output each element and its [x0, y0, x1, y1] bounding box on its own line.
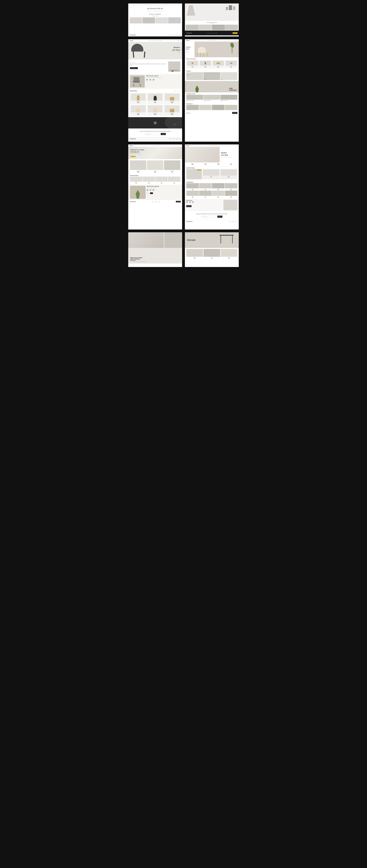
slide-dot-1[interactable]	[181, 50, 181, 50]
ml2-nav-home[interactable]: Home	[209, 145, 210, 146]
pyj-prod-3[interactable]: Ceramic Vase $45	[164, 160, 180, 173]
a-link-blog[interactable]: Blog	[215, 40, 216, 41]
sp3-item-2[interactable]: Chair $299	[220, 169, 237, 179]
ml2-footer-shop[interactable]: Shop	[232, 221, 234, 222]
sp2-card-3[interactable]: Candle $25	[156, 177, 168, 184]
discount-input[interactable]	[148, 9, 162, 11]
cd-buttons: ← →	[147, 192, 180, 194]
cat-card-decor[interactable]: Decor	[221, 72, 237, 80]
ml2-nav-shop[interactable]: Shop	[211, 145, 213, 146]
cart-icon[interactable]: 🛒	[179, 40, 181, 41]
slide-dot-3[interactable]	[181, 52, 181, 52]
cart-icon-autumn[interactable]: 🛒	[237, 40, 238, 41]
pyj-prod-2[interactable]: Desk Lamp $89	[147, 160, 163, 173]
min-prod-3[interactable]: Chairs $249	[221, 249, 237, 259]
nav-link-home[interactable]: Home	[149, 40, 151, 41]
dining-shop-btn[interactable]: Shop Now	[186, 205, 192, 207]
link-view-all[interactable]: View All	[173, 90, 176, 91]
cat-card-lighting[interactable]: Lighting	[186, 72, 203, 80]
dark-nav-shop[interactable]: Shop	[210, 33, 212, 33]
footer-link-home[interactable]: Home	[169, 35, 171, 36]
prod-card-4[interactable]: Side Table $199	[130, 104, 146, 116]
ml2-nav-about[interactable]: About	[214, 145, 215, 146]
nl-subscribe-btn[interactable]: Subscribe	[161, 133, 166, 135]
pyj-search-icon[interactable]: 🔍	[180, 145, 181, 146]
min-prod-2[interactable]: Bags $89	[203, 249, 220, 259]
tr-card-3[interactable]: Table $180	[212, 183, 225, 190]
tr-card-7[interactable]: Stool $120	[212, 191, 225, 198]
a-link-shop[interactable]: Shop	[211, 40, 212, 41]
tr-card-1[interactable]: Bottle $28	[186, 183, 199, 190]
a-link-about[interactable]: About	[213, 40, 214, 41]
footer-link-blog[interactable]: Blog	[179, 35, 181, 36]
sp-card-1[interactable]: Wood Bowl $35	[186, 60, 199, 68]
prod-card-3[interactable]: Wood Stool $120	[164, 93, 180, 104]
min-prod-1[interactable]: Tables $199	[186, 249, 203, 259]
about-button[interactable]: Read More	[130, 67, 138, 69]
footer-link-about[interactable]: About	[173, 35, 175, 36]
tr-card-6[interactable]: Bowl $35	[199, 191, 211, 198]
nav-link-blog[interactable]: Blog	[157, 40, 159, 41]
nav-link-about[interactable]: About	[154, 40, 156, 41]
dark-nav-button[interactable]: Buy Now	[233, 32, 237, 34]
news-card-3[interactable]: New Year New Home Collection Aug 2018	[221, 95, 237, 101]
pyj-nav-home[interactable]: Home	[152, 145, 154, 146]
prod-card-2[interactable]: Dark Vase $45	[147, 93, 164, 104]
tr-card-4[interactable]: Chair $249	[225, 183, 237, 190]
ml2-footer-about[interactable]: About	[235, 221, 237, 222]
prod-card-5[interactable]: Dining Chair $249	[147, 104, 164, 116]
prod-card-1[interactable]: Pendant Light $89	[130, 93, 146, 104]
a-link-home[interactable]: Home	[208, 40, 210, 41]
ml2-nl-input[interactable]	[201, 216, 217, 218]
pyj-nav-about[interactable]: About	[157, 145, 158, 146]
pyj-nav-shop[interactable]: Shop	[155, 145, 156, 146]
news-card-1[interactable]: Scandinavian Design Trends 2018 Oct 2018	[186, 95, 203, 101]
slide-dot-2[interactable]	[181, 51, 181, 51]
footer-blog[interactable]: Blog	[179, 138, 181, 140]
cd-next-btn[interactable]: →	[150, 192, 153, 194]
footer-about[interactable]: About	[173, 138, 175, 140]
ml2-footer-home[interactable]: Home	[229, 221, 231, 222]
sp-card-4[interactable]: Metal Bowl $42	[225, 60, 237, 68]
nav-link-contact[interactable]: Contact	[160, 40, 162, 41]
sp2-card-1[interactable]: Wood Box $55	[130, 177, 142, 184]
cat-card-furniture[interactable]: Furniture	[203, 72, 220, 80]
footer-home[interactable]: Home	[169, 138, 171, 140]
search-icon-autumn[interactable]: 🔍	[235, 40, 236, 41]
nl-email-input[interactable]	[145, 133, 160, 135]
sp3-item-1[interactable]: Vase $35	[202, 169, 220, 179]
tr-card-8[interactable]: Shelf $160	[225, 191, 237, 198]
sp-card-2[interactable]: Small Vase $28	[199, 60, 211, 68]
pyj-footer-btn[interactable]: Subscribe	[176, 201, 181, 203]
news-title: Latest News / Journal	[186, 93, 237, 94]
footer-link-shop[interactable]: Shop	[176, 35, 178, 36]
footer-shop[interactable]: Shop	[176, 138, 178, 140]
tr-card-2[interactable]: Vase $45	[199, 183, 211, 190]
dining-countdown: 05 Days : 44 Hrs : 50 Min	[186, 201, 222, 204]
hero-arrow[interactable]: →	[172, 54, 180, 55]
pyj-footer-about[interactable]: About	[155, 201, 157, 202]
cd-prev-btn[interactable]: ←	[147, 192, 149, 194]
pyj-nav-blog[interactable]: Blog	[159, 145, 160, 146]
dark-nav-home[interactable]: Home	[207, 33, 209, 33]
ml2-nl-btn[interactable]: Subscribe	[217, 216, 223, 218]
newsletter-btn[interactable]: Subscribe	[232, 112, 237, 114]
prod-card-6[interactable]: Wood Chair $299	[164, 104, 180, 116]
sp2-card-4[interactable]: Tray $38	[168, 177, 180, 184]
sp-card-3[interactable]: Side Table $180	[212, 60, 225, 68]
search-icon[interactable]: 🔍	[177, 40, 179, 41]
link-new[interactable]: New	[177, 90, 178, 91]
dark-nav-about[interactable]: About	[215, 33, 217, 33]
tr-card-5[interactable]: Lamp $89	[186, 191, 199, 198]
play-button[interactable]: ▶	[153, 121, 157, 125]
pyj-prod-1[interactable]: Rattan Chair $249	[130, 160, 146, 173]
pyj-footer-home[interactable]: Home	[151, 201, 154, 202]
dark-nav-blog[interactable]: Blog	[213, 33, 214, 33]
nav-link-shop[interactable]: Shop	[152, 40, 153, 41]
ml2-search-icon[interactable]: 🔍	[237, 145, 238, 146]
sp2-card-2[interactable]: Vase Set $78	[143, 177, 155, 184]
news-card-2[interactable]: Create Your Perfect Living Space Sep 201…	[203, 95, 220, 101]
link-sale[interactable]: Sale	[179, 90, 180, 91]
ml2-nav-blog[interactable]: Blog	[216, 145, 217, 146]
pyj-footer-shop[interactable]: Shop	[158, 201, 160, 202]
